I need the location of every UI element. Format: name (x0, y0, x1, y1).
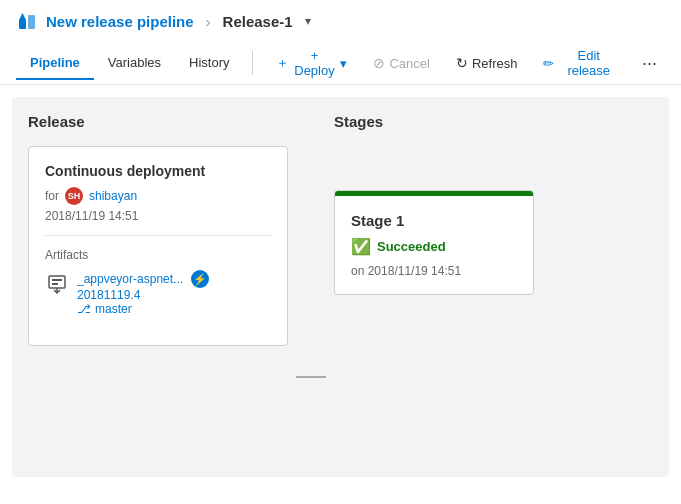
breadcrumb-sep: › (206, 13, 211, 30)
card-divider (45, 235, 271, 236)
tab-pipeline[interactable]: Pipeline (16, 47, 94, 80)
cancel-icon: ⊘ (373, 55, 385, 71)
release-section-title: Release (28, 113, 288, 130)
edit-label: Edit release (558, 48, 619, 78)
svg-rect-4 (52, 279, 62, 281)
release-dropdown-arrow[interactable]: ▾ (305, 14, 311, 28)
status-icon: ✅ (351, 237, 371, 256)
artifact-row: _appveyor-aspnet... ⚡ 20181119.4 ⎇ maste… (45, 270, 271, 316)
svg-marker-2 (20, 13, 26, 19)
artifact-name[interactable]: _appveyor-aspnet... (77, 272, 183, 286)
nav-tabs: Pipeline Variables History ＋ + Deploy ▾ … (0, 42, 681, 85)
deploy-dropdown-arrow: ▾ (340, 56, 347, 71)
top-bar: New release pipeline › Release-1 ▾ (0, 0, 681, 42)
edit-release-button[interactable]: ✏ Edit release (532, 42, 630, 84)
artifact-info: _appveyor-aspnet... ⚡ 20181119.4 ⎇ maste… (77, 270, 271, 316)
deploy-icon: ＋ (276, 54, 289, 72)
toolbar: ＋ + Deploy ▾ ⊘ Cancel ↻ Refresh ✏ Edit r… (265, 42, 665, 84)
main-content: Release Continuous deployment for SH shi… (12, 97, 669, 477)
nav-divider (252, 51, 253, 75)
connector-line (296, 376, 326, 378)
stage-status: ✅ Succeeded (351, 237, 517, 256)
svg-rect-3 (49, 276, 65, 288)
release-date: 2018/11/19 14:51 (45, 209, 271, 223)
for-label: for (45, 189, 59, 203)
deploy-button[interactable]: ＋ + Deploy ▾ (265, 42, 359, 84)
more-options-button[interactable]: ··· (634, 48, 665, 79)
stage-date: on 2018/11/19 14:51 (351, 264, 517, 278)
cancel-label: Cancel (389, 56, 429, 71)
release-name: Release-1 (223, 13, 293, 30)
pipeline-icon (16, 10, 38, 32)
edit-icon: ✏ (543, 56, 554, 71)
release-card-title: Continuous deployment (45, 163, 271, 179)
stage-card: Stage 1 ✅ Succeeded on 2018/11/19 14:51 (334, 190, 534, 295)
svg-rect-1 (28, 15, 35, 29)
artifact-version: 20181119.4 (77, 288, 271, 302)
refresh-icon: ↻ (456, 55, 468, 71)
stage-content: Stage 1 ✅ Succeeded on 2018/11/19 14:51 (335, 196, 533, 294)
artifact-icon (45, 272, 69, 302)
refresh-button[interactable]: ↻ Refresh (445, 49, 529, 77)
username[interactable]: shibayan (89, 189, 137, 203)
cancel-button[interactable]: ⊘ Cancel (362, 49, 440, 77)
artifacts-title: Artifacts (45, 248, 271, 262)
stages-panel: Stages Stage 1 ✅ Succeeded on 2018/11/19… (334, 113, 653, 461)
release-panel: Release Continuous deployment for SH shi… (28, 113, 288, 461)
svg-rect-0 (19, 19, 26, 29)
pipeline-title[interactable]: New release pipeline (46, 13, 194, 30)
lightning-badge: ⚡ (191, 270, 209, 288)
tab-variables[interactable]: Variables (94, 47, 175, 80)
release-card-for: for SH shibayan (45, 187, 271, 205)
stage-name: Stage 1 (351, 212, 517, 229)
release-card: Continuous deployment for SH shibayan 20… (28, 146, 288, 346)
user-avatar: SH (65, 187, 83, 205)
svg-rect-5 (52, 283, 58, 285)
branch-icon: ⎇ (77, 302, 91, 316)
branch-name: master (95, 302, 132, 316)
refresh-label: Refresh (472, 56, 518, 71)
connector (288, 113, 334, 461)
artifact-branch: ⎇ master (77, 302, 271, 316)
status-label: Succeeded (377, 239, 446, 254)
tab-history[interactable]: History (175, 47, 243, 80)
stages-section-title: Stages (334, 113, 653, 130)
deploy-label: + Deploy (293, 48, 337, 78)
